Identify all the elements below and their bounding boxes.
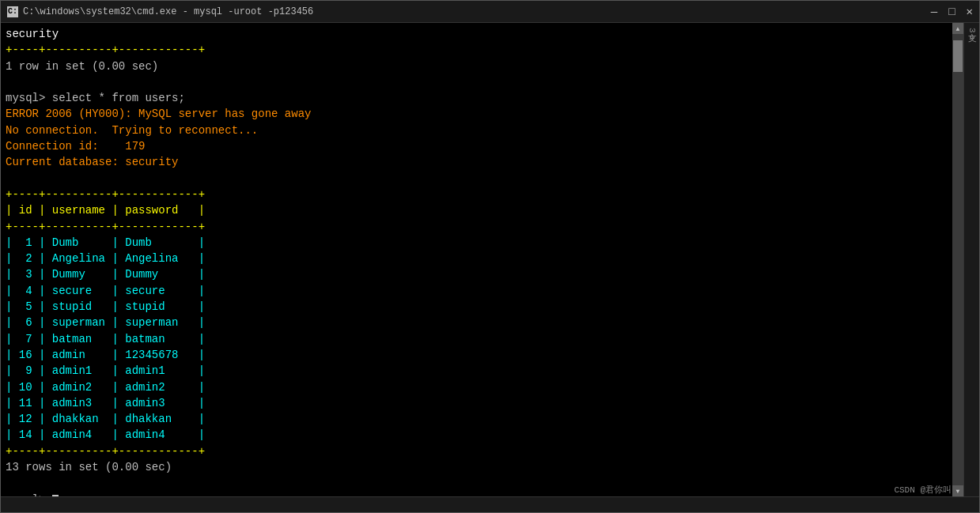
terminal-line (6, 171, 948, 187)
scrollbar[interactable]: ▲ ▼ (952, 23, 963, 496)
terminal-line (6, 475, 948, 491)
terminal-line: | 4 | secure | secure | (6, 283, 948, 299)
terminal-line: 1 row in set (0.00 sec) (6, 58, 948, 74)
scroll-down-arrow[interactable]: ▼ (952, 485, 963, 496)
cmd-window: C: C:\windows\system32\cmd.exe - mysql -… (0, 0, 980, 513)
terminal-line: | 5 | stupid | stupid | (6, 299, 948, 315)
scroll-up-arrow[interactable]: ▲ (952, 23, 963, 34)
title-bar-controls: — □ ✕ (931, 6, 973, 17)
terminal-line: | 6 | superman | superman | (6, 315, 948, 330)
terminal-line: Current database: security (6, 154, 948, 170)
content-area: security+----+----------+------------+1 … (1, 23, 979, 496)
bottom-bar (1, 496, 979, 512)
terminal-line: | 14 | admin4 | admin4 | (6, 427, 948, 443)
scroll-thumb[interactable] (953, 40, 963, 72)
side-panel: 文 3 a (963, 23, 979, 496)
terminal-line: 13 rows in set (0.00 sec) (6, 459, 948, 475)
terminal-line: +----+----------+------------+ (6, 219, 948, 235)
terminal-line: +----+----------+------------+ (6, 443, 948, 459)
terminal-line: Connection id: 179 (6, 138, 948, 154)
terminal-line: mysql> (6, 492, 948, 496)
terminal-line (6, 74, 948, 90)
terminal-line: No connection. Trying to reconnect... (6, 123, 948, 138)
terminal-line: | 3 | Dummy | Dummy | (6, 266, 948, 282)
cursor (52, 495, 59, 496)
terminal[interactable]: security+----+----------+------------+1 … (1, 23, 952, 496)
scroll-track[interactable] (952, 34, 963, 485)
window-icon: C: (7, 6, 18, 17)
terminal-line: | 10 | admin2 | admin2 | (6, 379, 948, 395)
terminal-line: | 16 | admin | 12345678 | (6, 347, 948, 363)
terminal-line: ERROR 2006 (HY000): MySQL server has gon… (6, 106, 948, 122)
terminal-line: | 2 | Angelina | Angelina | (6, 251, 948, 266)
terminal-line: | 9 | admin1 | admin1 | (6, 363, 948, 379)
window-title: C:\windows\system32\cmd.exe - mysql -uro… (23, 6, 313, 17)
watermark: CSDN @君你叫 (894, 484, 952, 496)
minimize-button[interactable]: — (931, 6, 937, 17)
side-char-2: 3 (967, 28, 977, 33)
terminal-line: | 7 | batman | batman | (6, 331, 948, 347)
maximize-button[interactable]: □ (948, 6, 955, 17)
terminal-line: | 11 | admin3 | admin3 | (6, 395, 948, 411)
title-bar: C: C:\windows\system32\cmd.exe - mysql -… (1, 1, 979, 23)
terminal-line: +----+----------+------------+ (6, 187, 948, 202)
terminal-line: | id | username | password | (6, 202, 948, 218)
terminal-line: security (6, 26, 948, 42)
title-bar-left: C: C:\windows\system32\cmd.exe - mysql -… (7, 6, 313, 17)
close-button[interactable]: ✕ (967, 6, 973, 17)
terminal-line: mysql> select * from users; (6, 90, 948, 106)
terminal-line: +----+----------+------------+ (6, 42, 948, 58)
side-char-3: a (967, 35, 977, 40)
terminal-line: | 1 | Dumb | Dumb | (6, 235, 948, 251)
terminal-line: | 12 | dhakkan | dhakkan | (6, 411, 948, 427)
